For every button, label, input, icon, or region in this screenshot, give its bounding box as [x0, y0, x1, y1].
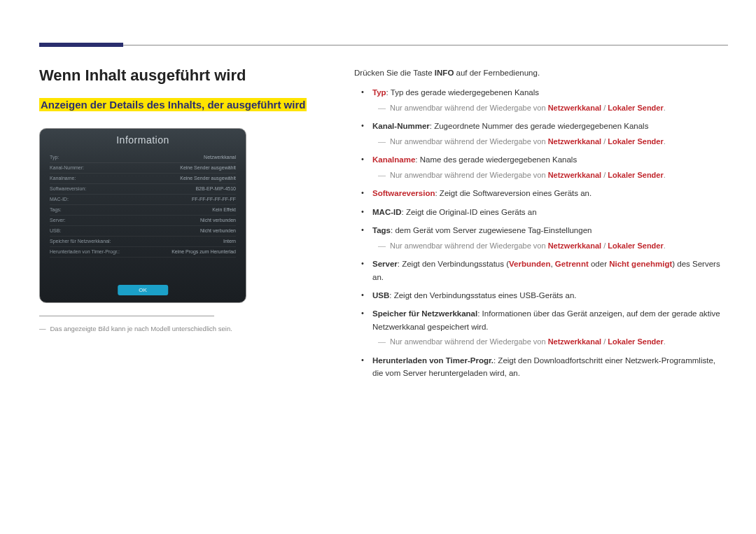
table-row: Softwareversion:B2B-EP-MIP-4510: [50, 184, 236, 195]
item-text: : dem Gerät vom Server zugewiesene Tag-E…: [391, 226, 592, 234]
note-dash: ―: [378, 240, 386, 253]
table-row: Server:Nicht verbunden: [50, 216, 236, 226]
row-label: Herunterladen von Timer-Progr.:: [50, 249, 120, 254]
footnote-text: Das angezeigte Bild kann je nach Modell …: [50, 325, 232, 332]
list-item: Speicher für Netzwerkkanal: Informatione…: [367, 307, 728, 348]
item-text: : Zeigt die Softwareversion eines Geräts…: [435, 189, 592, 197]
note-body: Nur anwendbar während der Wiedergabe von…: [390, 336, 666, 349]
item-label: Tags: [372, 226, 391, 234]
intro-line: Drücken Sie die Taste INFO auf der Fernb…: [354, 66, 728, 79]
table-row: Tags:Kein Effekt: [50, 205, 236, 216]
note-dash: ―: [378, 336, 386, 349]
table-row: USB:Nicht verbunden: [50, 226, 236, 237]
row-label: Speicher für Netzwerkkanal:: [50, 239, 111, 244]
intro-key: INFO: [435, 69, 454, 77]
item-label: Typ: [372, 88, 386, 97]
item-text: : Zugeordnete Nummer des gerade wiederge…: [430, 122, 649, 130]
item-text: : Typ des gerade wiedergegebenen Kanals: [386, 88, 539, 97]
row-value: Intern: [223, 239, 236, 244]
note-body: Nur anwendbar während der Wiedergabe von…: [390, 240, 666, 253]
row-label: Server:: [50, 218, 66, 223]
sub-note: ― Nur anwendbar während der Wiedergabe v…: [378, 336, 728, 349]
intro-post: auf der Fernbedienung.: [454, 69, 540, 77]
footnote-rule: [39, 316, 214, 316]
row-label: Softwareversion:: [50, 186, 86, 191]
info-table: Typ:Netzwerkkanal Kanal-Nummer:Keine Sen…: [40, 153, 246, 258]
sub-note: ― Nur anwendbar während der Wiedergabe v…: [378, 136, 728, 148]
description-list: Typ: Typ des gerade wiedergegebenen Kana…: [354, 86, 728, 379]
note-body: Nur anwendbar während der Wiedergabe von…: [390, 136, 666, 148]
item-label: Softwareversion: [372, 189, 435, 197]
sub-note: ― Nur anwendbar während der Wiedergabe v…: [378, 102, 728, 115]
row-label: USB:: [50, 228, 61, 233]
list-item: Server: Zeigt den Verbindungsstatus (Ver…: [367, 258, 728, 283]
item-text: : Zeigt die Original-ID eines Geräts an: [402, 208, 537, 216]
table-row: Kanalname:Keine Sender ausgewählt: [50, 174, 236, 184]
intro-pre: Drücken Sie die Taste: [354, 69, 435, 77]
table-row: Herunterladen von Timer-Progr.:Keine Pro…: [50, 247, 236, 258]
row-label: Kanalname:: [50, 176, 76, 181]
header-rule: [39, 45, 728, 45]
footnote-dash: ―: [39, 325, 46, 332]
list-item: Herunterladen von Timer-Progr.: Zeigt de…: [367, 354, 728, 380]
row-label: Kanal-Nummer:: [50, 165, 84, 170]
note-dash: ―: [378, 169, 386, 182]
note-dash: ―: [378, 136, 386, 148]
row-label: MAC-ID:: [50, 197, 69, 202]
note-body: Nur anwendbar während der Wiedergabe von…: [390, 169, 666, 182]
table-row: Kanal-Nummer:Keine Sender ausgewählt: [50, 163, 236, 174]
row-value: Nicht verbunden: [200, 228, 236, 233]
list-item: MAC-ID: Zeigt die Original-ID eines Gerä…: [367, 206, 728, 218]
item-label: Kanalname: [372, 155, 415, 164]
list-item: Kanal-Nummer: Zugeordnete Nummer des ger…: [367, 120, 728, 148]
list-item: USB: Zeigt den Verbindungsstatus eines U…: [367, 289, 728, 302]
row-value: Keine Sender ausgewählt: [180, 176, 236, 181]
row-value: Keine Progs zum Herunterlad: [172, 249, 236, 254]
list-item: Typ: Typ des gerade wiedergegebenen Kana…: [367, 86, 728, 114]
table-row: Speicher für Netzwerkkanal:Intern: [50, 237, 236, 247]
row-label: Typ:: [50, 155, 59, 160]
row-value: B2B-EP-MIP-4510: [195, 186, 236, 191]
section-subtitle: Anzeigen der Details des Inhalts, der au…: [39, 98, 307, 111]
ok-button[interactable]: OK: [118, 285, 168, 295]
dialog-title: Information: [40, 129, 246, 153]
footnote: ― Das angezeigte Bild kann je nach Model…: [39, 325, 319, 332]
note-body: Nur anwendbar während der Wiedergabe von…: [390, 102, 666, 115]
item-text-pre: : Zeigt den Verbindungsstatus (: [398, 260, 509, 268]
list-item: Tags: dem Gerät vom Server zugewiesene T…: [367, 224, 728, 252]
sub-note: ― Nur anwendbar während der Wiedergabe v…: [378, 169, 728, 182]
info-dialog-screenshot: Information Typ:Netzwerkkanal Kanal-Numm…: [39, 128, 246, 303]
row-value: Netzwerkkanal: [204, 155, 236, 160]
item-label: Server: [372, 260, 398, 268]
item-label: MAC-ID: [372, 208, 402, 216]
list-item: Softwareversion: Zeigt die Softwareversi…: [367, 187, 728, 199]
item-text: : Name des gerade wiedergegebenen Kanals: [415, 155, 577, 164]
row-value: FF-FF-FF-FF-FF-FF: [192, 197, 236, 202]
item-label: Kanal-Nummer: [372, 122, 430, 130]
table-row: MAC-ID:FF-FF-FF-FF-FF-FF: [50, 195, 236, 205]
sub-note: ― Nur anwendbar während der Wiedergabe v…: [378, 240, 728, 253]
page-title: Wenn Inhalt ausgeführt wird: [39, 66, 319, 85]
row-value: Kein Effekt: [212, 207, 236, 212]
note-dash: ―: [378, 102, 386, 115]
item-label: Speicher für Netzwerkkanal: [372, 309, 477, 318]
list-item: Kanalname: Name des gerade wiedergegeben…: [367, 153, 728, 181]
row-value: Nicht verbunden: [200, 218, 236, 223]
table-row: Typ:Netzwerkkanal: [50, 153, 236, 163]
header-accent: [39, 43, 123, 47]
item-label: USB: [372, 291, 389, 300]
row-label: Tags:: [50, 207, 62, 212]
item-text: : Zeigt den Verbindungsstatus eines USB-…: [389, 291, 576, 300]
item-label: Herunterladen von Timer-Progr.: [372, 356, 493, 365]
row-value: Keine Sender ausgewählt: [180, 165, 236, 170]
